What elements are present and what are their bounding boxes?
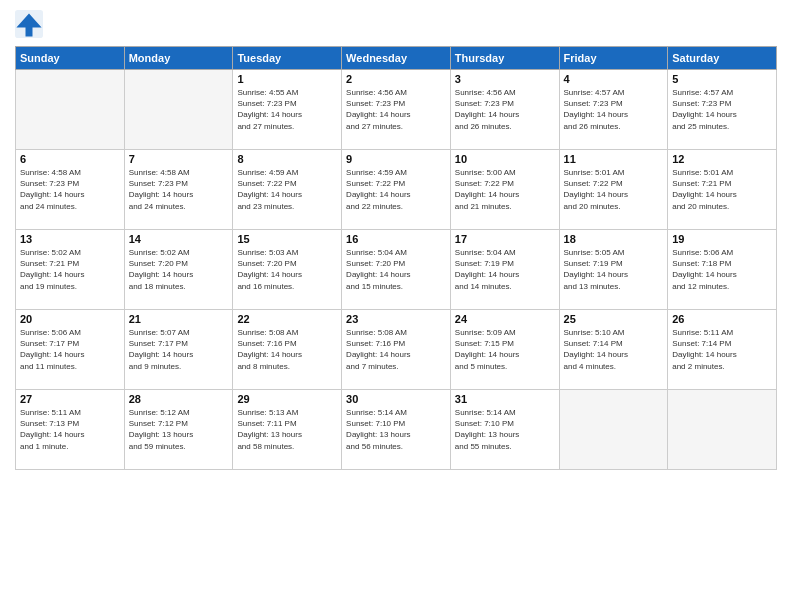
day-info: Sunrise: 5:02 AM Sunset: 7:21 PM Dayligh… <box>20 247 120 292</box>
calendar-cell: 22Sunrise: 5:08 AM Sunset: 7:16 PM Dayli… <box>233 310 342 390</box>
day-number: 8 <box>237 153 337 165</box>
day-info: Sunrise: 5:05 AM Sunset: 7:19 PM Dayligh… <box>564 247 664 292</box>
calendar-cell: 29Sunrise: 5:13 AM Sunset: 7:11 PM Dayli… <box>233 390 342 470</box>
day-info: Sunrise: 4:59 AM Sunset: 7:22 PM Dayligh… <box>237 167 337 212</box>
calendar-cell: 11Sunrise: 5:01 AM Sunset: 7:22 PM Dayli… <box>559 150 668 230</box>
day-number: 16 <box>346 233 446 245</box>
day-number: 26 <box>672 313 772 325</box>
calendar-cell: 5Sunrise: 4:57 AM Sunset: 7:23 PM Daylig… <box>668 70 777 150</box>
day-number: 25 <box>564 313 664 325</box>
page-container: SundayMondayTuesdayWednesdayThursdayFrid… <box>0 0 792 480</box>
calendar-cell <box>124 70 233 150</box>
calendar-header-row: SundayMondayTuesdayWednesdayThursdayFrid… <box>16 47 777 70</box>
calendar-cell: 12Sunrise: 5:01 AM Sunset: 7:21 PM Dayli… <box>668 150 777 230</box>
header <box>15 10 777 38</box>
weekday-header: Sunday <box>16 47 125 70</box>
calendar-cell: 27Sunrise: 5:11 AM Sunset: 7:13 PM Dayli… <box>16 390 125 470</box>
calendar-cell: 19Sunrise: 5:06 AM Sunset: 7:18 PM Dayli… <box>668 230 777 310</box>
day-number: 3 <box>455 73 555 85</box>
calendar: SundayMondayTuesdayWednesdayThursdayFrid… <box>15 46 777 470</box>
calendar-cell: 18Sunrise: 5:05 AM Sunset: 7:19 PM Dayli… <box>559 230 668 310</box>
calendar-cell: 24Sunrise: 5:09 AM Sunset: 7:15 PM Dayli… <box>450 310 559 390</box>
day-info: Sunrise: 4:56 AM Sunset: 7:23 PM Dayligh… <box>455 87 555 132</box>
calendar-cell: 3Sunrise: 4:56 AM Sunset: 7:23 PM Daylig… <box>450 70 559 150</box>
calendar-cell: 14Sunrise: 5:02 AM Sunset: 7:20 PM Dayli… <box>124 230 233 310</box>
day-info: Sunrise: 5:14 AM Sunset: 7:10 PM Dayligh… <box>455 407 555 452</box>
day-info: Sunrise: 5:03 AM Sunset: 7:20 PM Dayligh… <box>237 247 337 292</box>
day-info: Sunrise: 5:04 AM Sunset: 7:20 PM Dayligh… <box>346 247 446 292</box>
calendar-week-row: 13Sunrise: 5:02 AM Sunset: 7:21 PM Dayli… <box>16 230 777 310</box>
calendar-cell: 2Sunrise: 4:56 AM Sunset: 7:23 PM Daylig… <box>342 70 451 150</box>
day-number: 31 <box>455 393 555 405</box>
calendar-week-row: 1Sunrise: 4:55 AM Sunset: 7:23 PM Daylig… <box>16 70 777 150</box>
day-info: Sunrise: 5:08 AM Sunset: 7:16 PM Dayligh… <box>237 327 337 372</box>
day-number: 2 <box>346 73 446 85</box>
calendar-cell: 6Sunrise: 4:58 AM Sunset: 7:23 PM Daylig… <box>16 150 125 230</box>
weekday-header: Tuesday <box>233 47 342 70</box>
day-info: Sunrise: 5:12 AM Sunset: 7:12 PM Dayligh… <box>129 407 229 452</box>
day-info: Sunrise: 4:58 AM Sunset: 7:23 PM Dayligh… <box>129 167 229 212</box>
day-number: 14 <box>129 233 229 245</box>
day-info: Sunrise: 4:59 AM Sunset: 7:22 PM Dayligh… <box>346 167 446 212</box>
day-info: Sunrise: 5:02 AM Sunset: 7:20 PM Dayligh… <box>129 247 229 292</box>
calendar-cell: 31Sunrise: 5:14 AM Sunset: 7:10 PM Dayli… <box>450 390 559 470</box>
day-number: 24 <box>455 313 555 325</box>
day-number: 17 <box>455 233 555 245</box>
day-info: Sunrise: 5:04 AM Sunset: 7:19 PM Dayligh… <box>455 247 555 292</box>
day-number: 7 <box>129 153 229 165</box>
calendar-cell: 20Sunrise: 5:06 AM Sunset: 7:17 PM Dayli… <box>16 310 125 390</box>
day-number: 1 <box>237 73 337 85</box>
day-info: Sunrise: 5:07 AM Sunset: 7:17 PM Dayligh… <box>129 327 229 372</box>
calendar-cell: 23Sunrise: 5:08 AM Sunset: 7:16 PM Dayli… <box>342 310 451 390</box>
day-number: 22 <box>237 313 337 325</box>
day-info: Sunrise: 5:01 AM Sunset: 7:21 PM Dayligh… <box>672 167 772 212</box>
day-info: Sunrise: 4:56 AM Sunset: 7:23 PM Dayligh… <box>346 87 446 132</box>
day-number: 4 <box>564 73 664 85</box>
day-info: Sunrise: 5:09 AM Sunset: 7:15 PM Dayligh… <box>455 327 555 372</box>
calendar-cell <box>668 390 777 470</box>
day-number: 21 <box>129 313 229 325</box>
calendar-cell: 8Sunrise: 4:59 AM Sunset: 7:22 PM Daylig… <box>233 150 342 230</box>
day-number: 30 <box>346 393 446 405</box>
day-number: 10 <box>455 153 555 165</box>
weekday-header: Friday <box>559 47 668 70</box>
day-number: 5 <box>672 73 772 85</box>
calendar-cell: 13Sunrise: 5:02 AM Sunset: 7:21 PM Dayli… <box>16 230 125 310</box>
day-number: 11 <box>564 153 664 165</box>
day-info: Sunrise: 5:10 AM Sunset: 7:14 PM Dayligh… <box>564 327 664 372</box>
calendar-week-row: 6Sunrise: 4:58 AM Sunset: 7:23 PM Daylig… <box>16 150 777 230</box>
weekday-header: Monday <box>124 47 233 70</box>
calendar-cell: 25Sunrise: 5:10 AM Sunset: 7:14 PM Dayli… <box>559 310 668 390</box>
day-number: 27 <box>20 393 120 405</box>
day-info: Sunrise: 5:00 AM Sunset: 7:22 PM Dayligh… <box>455 167 555 212</box>
day-info: Sunrise: 4:58 AM Sunset: 7:23 PM Dayligh… <box>20 167 120 212</box>
day-number: 12 <box>672 153 772 165</box>
weekday-header: Thursday <box>450 47 559 70</box>
calendar-cell: 7Sunrise: 4:58 AM Sunset: 7:23 PM Daylig… <box>124 150 233 230</box>
day-number: 28 <box>129 393 229 405</box>
day-info: Sunrise: 4:57 AM Sunset: 7:23 PM Dayligh… <box>564 87 664 132</box>
calendar-cell <box>559 390 668 470</box>
calendar-cell: 21Sunrise: 5:07 AM Sunset: 7:17 PM Dayli… <box>124 310 233 390</box>
calendar-cell: 26Sunrise: 5:11 AM Sunset: 7:14 PM Dayli… <box>668 310 777 390</box>
day-info: Sunrise: 4:57 AM Sunset: 7:23 PM Dayligh… <box>672 87 772 132</box>
day-info: Sunrise: 5:08 AM Sunset: 7:16 PM Dayligh… <box>346 327 446 372</box>
day-info: Sunrise: 5:06 AM Sunset: 7:17 PM Dayligh… <box>20 327 120 372</box>
calendar-cell: 10Sunrise: 5:00 AM Sunset: 7:22 PM Dayli… <box>450 150 559 230</box>
day-number: 20 <box>20 313 120 325</box>
day-number: 23 <box>346 313 446 325</box>
day-info: Sunrise: 5:11 AM Sunset: 7:14 PM Dayligh… <box>672 327 772 372</box>
calendar-week-row: 20Sunrise: 5:06 AM Sunset: 7:17 PM Dayli… <box>16 310 777 390</box>
logo-icon <box>15 10 43 38</box>
calendar-week-row: 27Sunrise: 5:11 AM Sunset: 7:13 PM Dayli… <box>16 390 777 470</box>
day-info: Sunrise: 4:55 AM Sunset: 7:23 PM Dayligh… <box>237 87 337 132</box>
day-number: 9 <box>346 153 446 165</box>
day-info: Sunrise: 5:06 AM Sunset: 7:18 PM Dayligh… <box>672 247 772 292</box>
calendar-cell: 30Sunrise: 5:14 AM Sunset: 7:10 PM Dayli… <box>342 390 451 470</box>
weekday-header: Wednesday <box>342 47 451 70</box>
day-number: 6 <box>20 153 120 165</box>
calendar-cell: 4Sunrise: 4:57 AM Sunset: 7:23 PM Daylig… <box>559 70 668 150</box>
calendar-cell: 16Sunrise: 5:04 AM Sunset: 7:20 PM Dayli… <box>342 230 451 310</box>
day-number: 19 <box>672 233 772 245</box>
calendar-cell: 28Sunrise: 5:12 AM Sunset: 7:12 PM Dayli… <box>124 390 233 470</box>
